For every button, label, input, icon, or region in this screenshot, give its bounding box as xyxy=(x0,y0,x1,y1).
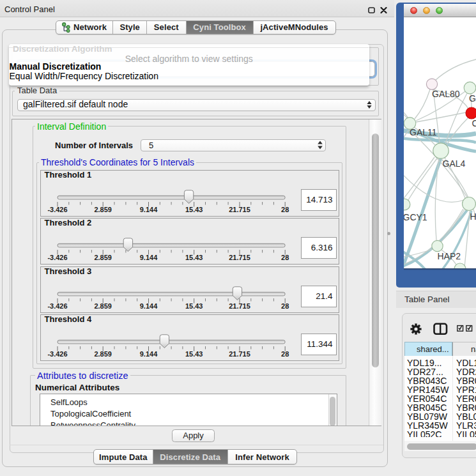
svg-text:-3.426: -3.426 xyxy=(47,205,67,213)
svg-text:CY: CY xyxy=(472,118,476,128)
svg-text:GCY1: GCY1 xyxy=(404,212,427,222)
svg-text:-3.426: -3.426 xyxy=(47,302,67,309)
svg-text:15.43: 15.43 xyxy=(185,254,203,261)
svg-text:9.144: 9.144 xyxy=(139,350,157,358)
svg-text:28: 28 xyxy=(281,205,289,213)
svg-text:21.715: 21.715 xyxy=(229,254,250,261)
svg-text:28: 28 xyxy=(281,254,289,261)
svg-text:21.715: 21.715 xyxy=(229,205,250,213)
svg-text:-3.426: -3.426 xyxy=(47,254,67,261)
svg-text:2.859: 2.859 xyxy=(94,205,112,213)
svg-text:2.859: 2.859 xyxy=(94,302,112,309)
svg-text:9.144: 9.144 xyxy=(139,254,157,261)
svg-text:HAP2: HAP2 xyxy=(438,251,461,261)
svg-text:GAL4: GAL4 xyxy=(443,158,466,169)
svg-text:2.859: 2.859 xyxy=(94,254,112,261)
svg-text:15.43: 15.43 xyxy=(185,302,203,309)
svg-text:GA: GA xyxy=(469,93,476,104)
svg-text:HI: HI xyxy=(470,211,476,222)
svg-text:15.43: 15.43 xyxy=(185,205,203,213)
svg-text:9.144: 9.144 xyxy=(139,205,157,213)
svg-text:GAL80: GAL80 xyxy=(432,89,460,99)
svg-text:21.715: 21.715 xyxy=(229,302,250,309)
svg-text:15.43: 15.43 xyxy=(185,350,203,358)
svg-text:28: 28 xyxy=(281,350,289,358)
svg-text:21.715: 21.715 xyxy=(229,350,250,358)
svg-text:-3.426: -3.426 xyxy=(47,350,67,358)
svg-text:GAL11: GAL11 xyxy=(410,127,437,137)
svg-text:9.144: 9.144 xyxy=(139,302,157,309)
svg-text:2.859: 2.859 xyxy=(94,350,112,358)
svg-text:28: 28 xyxy=(281,302,289,309)
